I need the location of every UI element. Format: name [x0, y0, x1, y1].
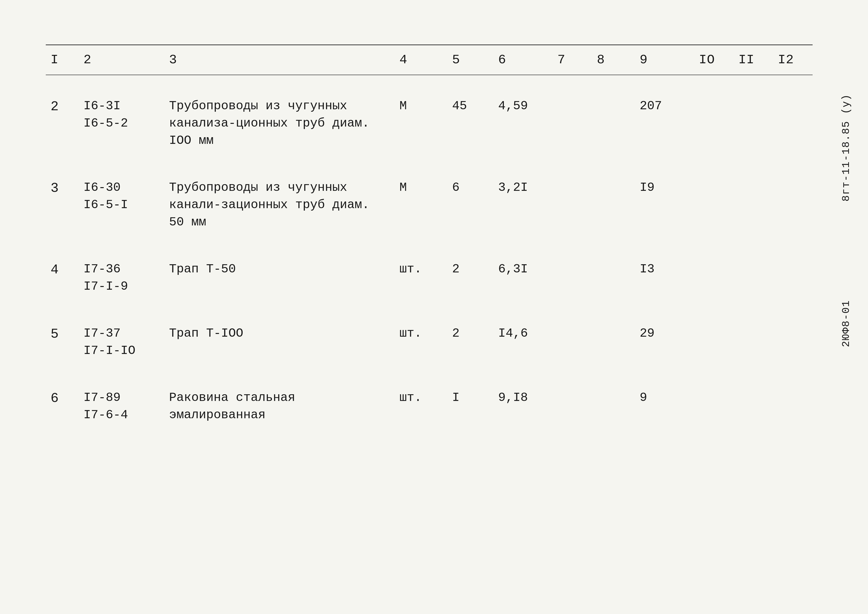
row-col10-3: [694, 172, 734, 238]
row-col5-2: 45: [447, 90, 493, 157]
row-col8-3: [592, 172, 635, 238]
table-row: 5 I7-37I7-I-IO Трап Т-IOO шт. 2 I4,6 29: [46, 317, 813, 367]
col-header-7: 7: [552, 45, 592, 75]
spacer-row-5: [46, 431, 813, 446]
row-col8-6: [592, 381, 635, 431]
row-col7-6: [552, 381, 592, 431]
row-col10-2: [694, 90, 734, 157]
row-col9-4: I3: [635, 253, 694, 302]
row-code-5: I7-37I7-I-IO: [79, 317, 164, 367]
row-desc-5: Трап Т-IOO: [164, 317, 394, 367]
row-col10-4: [694, 253, 734, 302]
row-desc-4: Трап Т-50: [164, 253, 394, 302]
col-header-2: 2: [79, 45, 164, 75]
row-col7-3: [552, 172, 592, 238]
table-row: 6 I7-89I7-6-4 Раковина стальная эмалиров…: [46, 381, 813, 431]
row-num-6: 6: [46, 381, 79, 431]
row-col6-6: 9,I8: [493, 381, 552, 431]
row-col9-6: 9: [635, 381, 694, 431]
row-unit-6: шт.: [395, 381, 447, 431]
col-header-4: 4: [395, 45, 447, 75]
row-desc-6: Раковина стальная эмалированная: [164, 381, 394, 431]
row-col12-2: [773, 90, 813, 157]
col-header-8: 8: [592, 45, 635, 75]
row-num-4: 4: [46, 253, 79, 302]
row-col5-5: 2: [447, 317, 493, 367]
right-label-bottom: 2ЮФ8-01: [840, 300, 852, 347]
col-header-10: IO: [694, 45, 734, 75]
row-col11-2: [733, 90, 773, 157]
row-col9-2: 207: [635, 90, 694, 157]
spacer-row-3: [46, 302, 813, 317]
col-header-6: 6: [493, 45, 552, 75]
col-header-1: I: [46, 45, 79, 75]
row-col8-2: [592, 90, 635, 157]
main-table: I 2 3 4 5 6 7 8 9 IO II I2: [46, 45, 813, 446]
row-col7-2: [552, 90, 592, 157]
row-col8-5: [592, 317, 635, 367]
col-header-9: 9: [635, 45, 694, 75]
row-code-6: I7-89I7-6-4: [79, 381, 164, 431]
row-col9-3: I9: [635, 172, 694, 238]
row-code-4: I7-36I7-I-9: [79, 253, 164, 302]
row-num-3: 3: [46, 172, 79, 238]
row-col11-6: [733, 381, 773, 431]
spacer-row-2: [46, 238, 813, 253]
col-header-11: II: [733, 45, 773, 75]
table-row: 4 I7-36I7-I-9 Трап Т-50 шт. 2 6,3I I3: [46, 253, 813, 302]
row-col11-3: [733, 172, 773, 238]
row-desc-3: Трубопроводы из чугунных канали-зационны…: [164, 172, 394, 238]
row-unit-3: М: [395, 172, 447, 238]
row-desc-2: Трубопроводы из чугунных канализа-ционны…: [164, 90, 394, 157]
row-col12-6: [773, 381, 813, 431]
row-col5-6: I: [447, 381, 493, 431]
row-col9-5: 29: [635, 317, 694, 367]
row-col12-4: [773, 253, 813, 302]
row-col5-4: 2: [447, 253, 493, 302]
row-col11-4: [733, 253, 773, 302]
row-col7-4: [552, 253, 592, 302]
row-col5-3: 6: [447, 172, 493, 238]
table-row: 3 I6-30I6-5-I Трубопроводы из чугунных к…: [46, 172, 813, 238]
table-row: 2 I6-3II6-5-2 Трубопроводы из чугунных к…: [46, 90, 813, 157]
col-header-5: 5: [447, 45, 493, 75]
row-col8-4: [592, 253, 635, 302]
row-col6-2: 4,59: [493, 90, 552, 157]
row-col6-3: 3,2I: [493, 172, 552, 238]
spacer-row-0: [46, 75, 813, 90]
row-col6-4: 6,3I: [493, 253, 552, 302]
col-header-3: 3: [164, 45, 394, 75]
spacer-row-4: [46, 367, 813, 381]
table-header-row: I 2 3 4 5 6 7 8 9 IO II I2: [46, 45, 813, 75]
spacer-row-1: [46, 157, 813, 172]
row-col12-3: [773, 172, 813, 238]
row-num-5: 5: [46, 317, 79, 367]
row-col11-5: [733, 317, 773, 367]
row-unit-5: шт.: [395, 317, 447, 367]
row-col12-5: [773, 317, 813, 367]
table-container: 8гт-11-18.85 (у) 2ЮФ8-01 I 2 3 4 5 6 7 8…: [46, 45, 813, 446]
row-col10-5: [694, 317, 734, 367]
right-label-top: 8гт-11-18.85 (у): [840, 94, 852, 202]
row-col10-6: [694, 381, 734, 431]
row-unit-4: шт.: [395, 253, 447, 302]
row-unit-2: М: [395, 90, 447, 157]
row-code-3: I6-30I6-5-I: [79, 172, 164, 238]
row-col6-5: I4,6: [493, 317, 552, 367]
col-header-12: I2: [773, 45, 813, 75]
row-col7-5: [552, 317, 592, 367]
row-code-2: I6-3II6-5-2: [79, 90, 164, 157]
row-num-2: 2: [46, 90, 79, 157]
page: 8гт-11-18.85 (у) 2ЮФ8-01 I 2 3 4 5 6 7 8…: [0, 0, 868, 614]
